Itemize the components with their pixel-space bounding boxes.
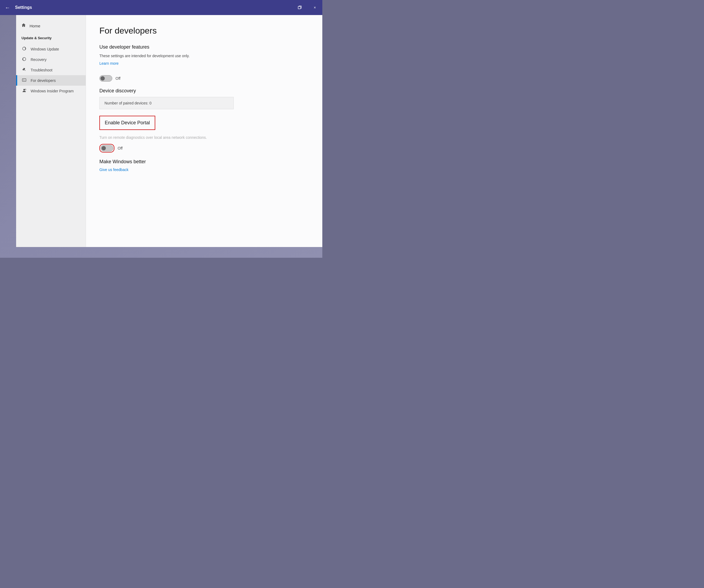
developer-features-toggle-track (99, 75, 112, 82)
developer-features-section: Use developer features These settings ar… (99, 44, 309, 82)
windows-update-icon (21, 47, 27, 52)
sidebar-item-for-developers[interactable]: For developers (16, 75, 86, 86)
device-portal-toggle-row: Off (99, 144, 309, 152)
windows-update-label: Windows Update (31, 47, 59, 51)
sidebar-item-windows-insider[interactable]: Windows Insider Program (16, 86, 86, 96)
sidebar-section-title: Update & Security (16, 33, 86, 43)
paired-devices-text: Number of paired devices: 0 (105, 101, 152, 105)
enable-device-portal-description: Turn on remote diagnostics over local ar… (99, 135, 309, 140)
windows-insider-label: Windows Insider Program (31, 89, 74, 93)
enable-device-portal-title: Enable Device Portal (105, 120, 150, 125)
svg-rect-3 (22, 79, 26, 81)
home-label: Home (30, 24, 40, 28)
sidebar: Home Update & Security Windows Update (16, 15, 86, 247)
developer-features-toggle-thumb (101, 76, 105, 80)
recovery-icon (21, 57, 27, 62)
device-portal-toggle[interactable] (101, 145, 113, 151)
device-portal-toggle-thumb (102, 146, 106, 150)
developer-features-title: Use developer features (99, 44, 309, 50)
svg-point-8 (25, 89, 26, 90)
device-portal-toggle-label: Off (118, 146, 122, 150)
device-portal-toggle-track (101, 145, 113, 151)
page-title: For developers (99, 26, 309, 36)
home-icon (21, 23, 26, 28)
sidebar-item-windows-update[interactable]: Windows Update (16, 44, 86, 54)
developer-features-description: These settings are intended for developm… (99, 53, 309, 59)
enable-device-portal-highlight: Enable Device Portal (99, 116, 155, 130)
learn-more-link[interactable]: Learn more (99, 61, 119, 66)
window-controls: × (292, 0, 322, 15)
device-discovery-section: Device discovery Number of paired device… (99, 88, 309, 109)
device-portal-toggle-highlight-wrapper (99, 144, 114, 152)
back-button[interactable]: ← (0, 0, 15, 15)
for-developers-label: For developers (31, 78, 56, 83)
title-bar: ← Settings × (0, 0, 322, 15)
restore-button[interactable] (292, 0, 307, 15)
main-window: Home Update & Security Windows Update (16, 15, 322, 247)
make-windows-better-title: Make Windows better (99, 159, 309, 165)
make-windows-better-section: Make Windows better Give us feedback (99, 159, 309, 177)
sidebar-item-home[interactable]: Home (16, 20, 86, 31)
close-button[interactable]: × (307, 0, 322, 15)
device-discovery-title: Device discovery (99, 88, 309, 94)
home-svg (21, 23, 26, 27)
give-feedback-link[interactable]: Give us feedback (99, 168, 128, 172)
recovery-label: Recovery (31, 57, 47, 62)
app-title: Settings (15, 5, 292, 10)
windows-insider-icon (21, 88, 27, 93)
svg-rect-0 (298, 6, 301, 9)
restore-icon (298, 6, 302, 9)
developer-features-toggle-row: Off (99, 75, 309, 82)
svg-point-7 (23, 89, 25, 90)
developer-features-toggle-label: Off (116, 76, 120, 80)
troubleshoot-label: Troubleshoot (31, 68, 52, 72)
main-content: For developers Use developer features Th… (86, 15, 322, 247)
paired-devices-box: Number of paired devices: 0 (99, 97, 234, 109)
troubleshoot-icon (21, 67, 27, 72)
sidebar-item-recovery[interactable]: Recovery (16, 54, 86, 65)
enable-device-portal-section: Enable Device Portal Turn on remote diag… (99, 116, 309, 152)
developer-features-toggle[interactable] (99, 75, 112, 82)
sidebar-item-troubleshoot[interactable]: Troubleshoot (16, 65, 86, 75)
for-developers-icon (21, 78, 27, 83)
